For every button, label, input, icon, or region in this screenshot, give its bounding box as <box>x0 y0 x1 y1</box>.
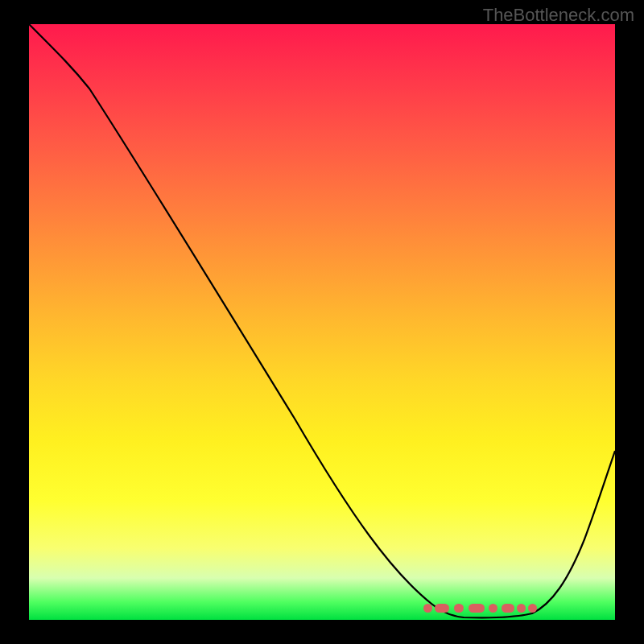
marker-segment <box>469 604 485 613</box>
marker-dot <box>528 604 537 613</box>
marker-segment <box>502 604 514 613</box>
watermark-text: TheBottleneck.com <box>483 5 634 26</box>
bottleneck-curve-svg <box>29 24 615 620</box>
marker-dot <box>517 604 526 613</box>
marker-segment <box>454 604 464 613</box>
optimal-range-markers <box>423 602 544 613</box>
marker-segment <box>435 604 449 613</box>
marker-dot <box>423 604 432 613</box>
chart-plot-area <box>29 24 615 620</box>
bottleneck-curve-path <box>29 24 615 617</box>
marker-dot <box>489 604 497 613</box>
